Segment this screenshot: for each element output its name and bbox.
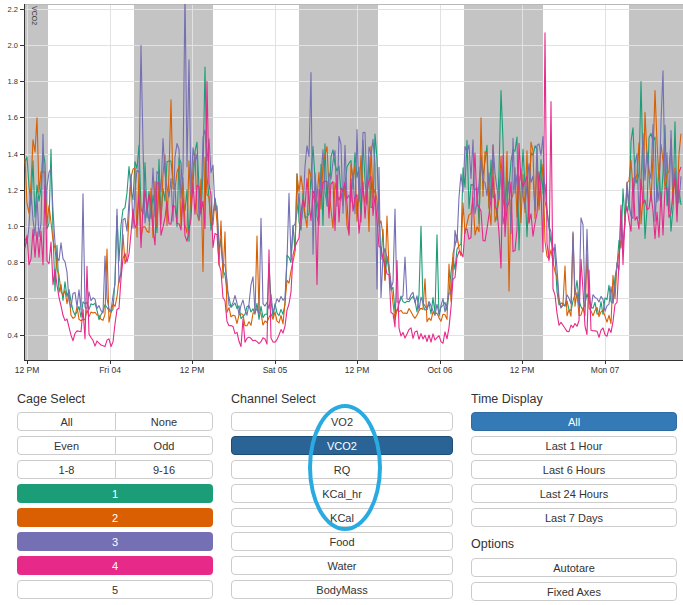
svg-text:12 PM: 12 PM	[510, 365, 535, 375]
cage-even-button[interactable]: Even	[17, 436, 116, 455]
y-axis-label: VCO2	[31, 6, 38, 25]
cage-button-1[interactable]: 1	[17, 484, 213, 503]
cage-odd-button[interactable]: Odd	[115, 436, 213, 455]
channel-water-button[interactable]: Water	[231, 556, 453, 575]
svg-text:12 PM: 12 PM	[15, 365, 40, 375]
time-all-button[interactable]: All	[471, 412, 677, 431]
svg-text:Mon 07: Mon 07	[591, 365, 620, 375]
svg-text:2.2: 2.2	[8, 5, 18, 14]
svg-text:12 PM: 12 PM	[180, 365, 205, 375]
channel-select-title: Channel Select	[231, 392, 316, 406]
svg-text:1.6: 1.6	[8, 113, 18, 122]
channel-kcal-hr-button[interactable]: KCal_hr	[231, 484, 453, 503]
time-last-1-hour-button[interactable]: Last 1 Hour	[471, 436, 677, 455]
cage-button-2[interactable]: 2	[17, 508, 213, 527]
cage-all-button[interactable]: All	[17, 412, 116, 431]
svg-text:2.0: 2.0	[8, 41, 18, 50]
svg-text:Sat 05: Sat 05	[263, 365, 288, 375]
svg-text:Oct 06: Oct 06	[427, 365, 452, 375]
cage-button-3[interactable]: 3	[17, 532, 213, 551]
time-last-24-hours-button[interactable]: Last 24 Hours	[471, 484, 677, 503]
svg-text:12 PM: 12 PM	[345, 365, 370, 375]
svg-text:1.8: 1.8	[8, 77, 18, 86]
channel-bodymass-button[interactable]: BodyMass	[231, 580, 453, 599]
svg-text:0.6: 0.6	[8, 294, 18, 303]
svg-text:1.2: 1.2	[8, 186, 18, 195]
cage-select-title: Cage Select	[17, 392, 85, 406]
time-last-6-hours-button[interactable]: Last 6 Hours	[471, 460, 677, 479]
channel-rq-button[interactable]: RQ	[231, 460, 453, 479]
autotare-button[interactable]: Autotare	[471, 558, 677, 577]
channel-kcal-button[interactable]: KCal	[231, 508, 453, 527]
options-title: Options	[471, 537, 514, 551]
channel-food-button[interactable]: Food	[231, 532, 453, 551]
fixed-axes-button[interactable]: Fixed Axes	[471, 582, 677, 601]
time-last-7-days-button[interactable]: Last 7 Days	[471, 508, 677, 527]
cage-button-4[interactable]: 4	[17, 556, 213, 575]
channel-vo2-button[interactable]: VO2	[231, 412, 453, 431]
channel-vco2-button[interactable]: VCO2	[231, 436, 453, 455]
metabolic-chart: 2.22.01.81.61.41.21.00.80.60.412 PMFri 0…	[0, 0, 683, 385]
svg-text:0.8: 0.8	[8, 258, 18, 267]
svg-text:1.4: 1.4	[8, 150, 18, 159]
cage-button-5[interactable]: 5	[17, 580, 213, 599]
cage-9-16-button[interactable]: 9-16	[115, 460, 213, 479]
cage-none-button[interactable]: None	[115, 412, 213, 431]
time-display-title: Time Display	[471, 392, 543, 406]
cage-1-8-button[interactable]: 1-8	[17, 460, 116, 479]
chart-svg: 2.22.01.81.61.41.21.00.80.60.412 PMFri 0…	[0, 0, 683, 385]
svg-text:0.4: 0.4	[8, 331, 18, 340]
svg-text:1.0: 1.0	[8, 222, 18, 231]
svg-text:Fri 04: Fri 04	[99, 365, 121, 375]
